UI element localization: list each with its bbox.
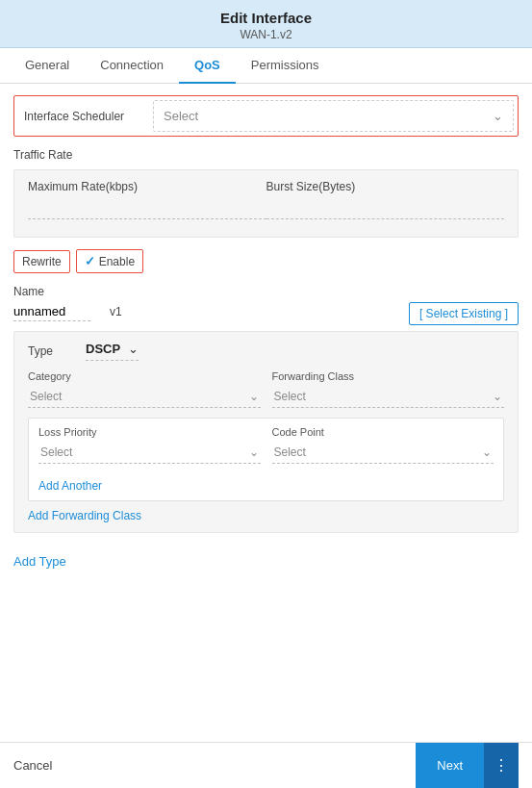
type-value: DSCP: [86, 342, 120, 356]
chevron-down-icon: ⌄: [493, 390, 502, 403]
loss-priority-col: Loss Priority Select ⌄: [38, 426, 261, 464]
checkmark-icon: ✓: [85, 254, 95, 268]
chevron-down-icon: ⌄: [128, 342, 139, 356]
traffic-rate-inputs: [28, 201, 504, 219]
loss-code-box: Loss Priority Select ⌄ Code Point Select…: [28, 418, 504, 501]
traffic-rate-label: Traffic Rate: [13, 148, 519, 162]
name-section-label: Name: [13, 285, 519, 298]
more-options-button[interactable]: ⋮: [484, 743, 519, 789]
category-forwarding-row: Category Select ⌄ Forwarding Class Selec…: [28, 370, 504, 408]
loss-priority-select[interactable]: Select ⌄: [38, 442, 261, 464]
add-forwarding-class-link[interactable]: Add Forwarding Class: [28, 509, 504, 522]
chevron-down-icon: ⌄: [493, 109, 503, 123]
max-rate-input[interactable]: [28, 201, 266, 219]
chevron-down-icon: ⌄: [249, 445, 259, 459]
content-area: Interface Scheduler Select ⌄ Traffic Rat…: [0, 84, 532, 720]
interface-scheduler-select[interactable]: Select ⌄: [153, 100, 514, 132]
select-existing-button[interactable]: [ Select Existing ]: [409, 302, 519, 325]
forwarding-class-value: Select: [274, 390, 306, 403]
tab-general[interactable]: General: [10, 48, 85, 84]
chevron-down-icon: ⌄: [482, 445, 492, 459]
tab-bar: General Connection QoS Permissions: [0, 48, 532, 84]
loss-priority-value: Select: [40, 445, 72, 459]
dialog-header: Edit Interface WAN-1.v2: [0, 0, 532, 48]
tab-qos[interactable]: QoS: [179, 48, 236, 84]
interface-scheduler-row: Interface Scheduler Select ⌄: [13, 95, 519, 137]
code-point-col: Code Point Select ⌄: [272, 426, 494, 464]
max-rate-col: [28, 201, 266, 219]
max-rate-label: Maximum Rate(kbps): [28, 180, 266, 193]
chevron-down-icon: ⌄: [249, 390, 259, 403]
category-label: Category: [28, 370, 261, 382]
traffic-rate-section: Maximum Rate(kbps) Burst Size(Bytes): [13, 169, 519, 238]
code-point-select[interactable]: Select ⌄: [272, 442, 494, 464]
burst-size-input[interactable]: [266, 201, 505, 219]
loss-priority-label: Loss Priority: [38, 426, 261, 438]
traffic-rate-header: Maximum Rate(kbps) Burst Size(Bytes): [28, 180, 504, 193]
category-select[interactable]: Select ⌄: [28, 386, 261, 408]
burst-size-col: [266, 201, 505, 219]
name-value-group: v1: [13, 302, 122, 321]
code-point-value: Select: [274, 445, 306, 459]
type-row: Type DSCP ⌄: [28, 342, 504, 361]
loss-code-row: Loss Priority Select ⌄ Code Point Select…: [38, 426, 494, 464]
enable-label: Enable: [99, 255, 135, 268]
code-point-label: Code Point: [272, 426, 494, 438]
forwarding-class-col: Forwarding Class Select ⌄: [272, 370, 505, 408]
interface-scheduler-value: Select: [164, 109, 198, 123]
type-section: Type DSCP ⌄ Category Select ⌄ Forwarding…: [13, 331, 519, 533]
forwarding-class-select[interactable]: Select ⌄: [272, 386, 505, 408]
dialog-subtitle: WAN-1.v2: [0, 28, 532, 41]
name-row: v1 [ Select Existing ]: [13, 302, 519, 325]
footer: Cancel Next ⋮: [0, 742, 532, 788]
category-col: Category Select ⌄: [28, 370, 261, 408]
interface-scheduler-label: Interface Scheduler: [14, 102, 149, 131]
type-label: Type: [28, 344, 86, 358]
name-input[interactable]: [13, 302, 90, 321]
next-button[interactable]: Next: [416, 743, 484, 789]
tab-permissions[interactable]: Permissions: [236, 48, 335, 84]
category-value: Select: [30, 390, 62, 403]
footer-right: Next ⋮: [416, 743, 519, 789]
add-type-link[interactable]: Add Type: [13, 554, 66, 569]
version-label: v1: [110, 305, 122, 318]
dialog-title: Edit Interface: [0, 10, 532, 26]
add-another-link[interactable]: Add Another: [38, 479, 102, 493]
burst-size-label: Burst Size(Bytes): [266, 180, 505, 193]
type-select[interactable]: DSCP ⌄: [86, 342, 139, 361]
cancel-button[interactable]: Cancel: [13, 758, 52, 773]
rewrite-label: Rewrite: [13, 250, 70, 273]
rewrite-row: Rewrite ✓ Enable: [13, 249, 519, 273]
forwarding-class-label: Forwarding Class: [272, 370, 505, 382]
tab-connection[interactable]: Connection: [85, 48, 179, 84]
enable-checkbox-row[interactable]: ✓ Enable: [76, 249, 143, 273]
